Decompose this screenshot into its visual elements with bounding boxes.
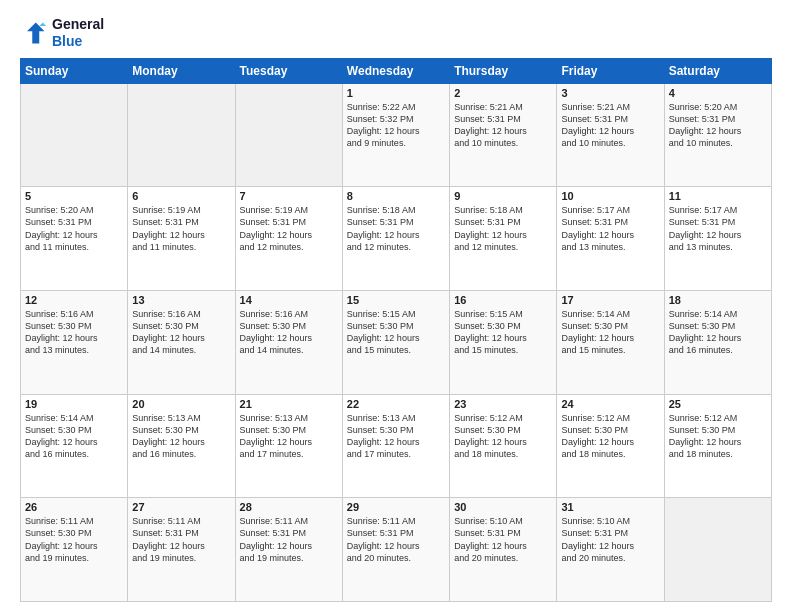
- day-info: Sunrise: 5:16 AM Sunset: 5:30 PM Dayligh…: [25, 308, 123, 357]
- col-header-thursday: Thursday: [450, 58, 557, 83]
- day-number: 5: [25, 190, 123, 202]
- day-cell-15: 15Sunrise: 5:15 AM Sunset: 5:30 PM Dayli…: [342, 290, 449, 394]
- day-info: Sunrise: 5:13 AM Sunset: 5:30 PM Dayligh…: [347, 412, 445, 461]
- day-info: Sunrise: 5:12 AM Sunset: 5:30 PM Dayligh…: [454, 412, 552, 461]
- day-cell-28: 28Sunrise: 5:11 AM Sunset: 5:31 PM Dayli…: [235, 498, 342, 602]
- logo: General Blue: [20, 16, 104, 50]
- day-info: Sunrise: 5:17 AM Sunset: 5:31 PM Dayligh…: [561, 204, 659, 253]
- day-number: 6: [132, 190, 230, 202]
- col-header-wednesday: Wednesday: [342, 58, 449, 83]
- day-number: 9: [454, 190, 552, 202]
- day-cell-16: 16Sunrise: 5:15 AM Sunset: 5:30 PM Dayli…: [450, 290, 557, 394]
- week-row-5: 26Sunrise: 5:11 AM Sunset: 5:30 PM Dayli…: [21, 498, 772, 602]
- day-number: 26: [25, 501, 123, 513]
- day-number: 23: [454, 398, 552, 410]
- day-number: 4: [669, 87, 767, 99]
- col-header-tuesday: Tuesday: [235, 58, 342, 83]
- day-cell-10: 10Sunrise: 5:17 AM Sunset: 5:31 PM Dayli…: [557, 187, 664, 291]
- day-info: Sunrise: 5:14 AM Sunset: 5:30 PM Dayligh…: [25, 412, 123, 461]
- day-info: Sunrise: 5:19 AM Sunset: 5:31 PM Dayligh…: [132, 204, 230, 253]
- svg-marker-2: [39, 22, 46, 26]
- empty-cell: [21, 83, 128, 187]
- day-number: 29: [347, 501, 445, 513]
- day-info: Sunrise: 5:16 AM Sunset: 5:30 PM Dayligh…: [132, 308, 230, 357]
- logo-icon: [20, 19, 48, 47]
- day-number: 10: [561, 190, 659, 202]
- day-number: 22: [347, 398, 445, 410]
- day-info: Sunrise: 5:20 AM Sunset: 5:31 PM Dayligh…: [669, 101, 767, 150]
- day-number: 3: [561, 87, 659, 99]
- day-number: 13: [132, 294, 230, 306]
- empty-cell: [235, 83, 342, 187]
- day-number: 24: [561, 398, 659, 410]
- day-cell-22: 22Sunrise: 5:13 AM Sunset: 5:30 PM Dayli…: [342, 394, 449, 498]
- day-number: 18: [669, 294, 767, 306]
- day-number: 25: [669, 398, 767, 410]
- day-cell-20: 20Sunrise: 5:13 AM Sunset: 5:30 PM Dayli…: [128, 394, 235, 498]
- week-row-3: 12Sunrise: 5:16 AM Sunset: 5:30 PM Dayli…: [21, 290, 772, 394]
- day-cell-21: 21Sunrise: 5:13 AM Sunset: 5:30 PM Dayli…: [235, 394, 342, 498]
- day-number: 16: [454, 294, 552, 306]
- day-number: 7: [240, 190, 338, 202]
- calendar: SundayMondayTuesdayWednesdayThursdayFrid…: [20, 58, 772, 602]
- week-row-4: 19Sunrise: 5:14 AM Sunset: 5:30 PM Dayli…: [21, 394, 772, 498]
- day-cell-7: 7Sunrise: 5:19 AM Sunset: 5:31 PM Daylig…: [235, 187, 342, 291]
- logo-general: General: [52, 16, 104, 33]
- day-cell-29: 29Sunrise: 5:11 AM Sunset: 5:31 PM Dayli…: [342, 498, 449, 602]
- col-header-saturday: Saturday: [664, 58, 771, 83]
- day-number: 2: [454, 87, 552, 99]
- header-row: SundayMondayTuesdayWednesdayThursdayFrid…: [21, 58, 772, 83]
- day-cell-14: 14Sunrise: 5:16 AM Sunset: 5:30 PM Dayli…: [235, 290, 342, 394]
- day-info: Sunrise: 5:11 AM Sunset: 5:31 PM Dayligh…: [347, 515, 445, 564]
- day-cell-27: 27Sunrise: 5:11 AM Sunset: 5:31 PM Dayli…: [128, 498, 235, 602]
- day-info: Sunrise: 5:20 AM Sunset: 5:31 PM Dayligh…: [25, 204, 123, 253]
- day-info: Sunrise: 5:11 AM Sunset: 5:30 PM Dayligh…: [25, 515, 123, 564]
- day-number: 30: [454, 501, 552, 513]
- day-info: Sunrise: 5:10 AM Sunset: 5:31 PM Dayligh…: [561, 515, 659, 564]
- logo-blue: Blue: [52, 33, 104, 50]
- page: General Blue SundayMondayTuesdayWednesda…: [0, 0, 792, 612]
- col-header-sunday: Sunday: [21, 58, 128, 83]
- day-cell-5: 5Sunrise: 5:20 AM Sunset: 5:31 PM Daylig…: [21, 187, 128, 291]
- day-cell-2: 2Sunrise: 5:21 AM Sunset: 5:31 PM Daylig…: [450, 83, 557, 187]
- day-info: Sunrise: 5:10 AM Sunset: 5:31 PM Dayligh…: [454, 515, 552, 564]
- day-info: Sunrise: 5:15 AM Sunset: 5:30 PM Dayligh…: [347, 308, 445, 357]
- week-row-2: 5Sunrise: 5:20 AM Sunset: 5:31 PM Daylig…: [21, 187, 772, 291]
- day-info: Sunrise: 5:14 AM Sunset: 5:30 PM Dayligh…: [561, 308, 659, 357]
- day-cell-4: 4Sunrise: 5:20 AM Sunset: 5:31 PM Daylig…: [664, 83, 771, 187]
- day-number: 15: [347, 294, 445, 306]
- day-cell-17: 17Sunrise: 5:14 AM Sunset: 5:30 PM Dayli…: [557, 290, 664, 394]
- day-cell-13: 13Sunrise: 5:16 AM Sunset: 5:30 PM Dayli…: [128, 290, 235, 394]
- day-number: 21: [240, 398, 338, 410]
- empty-cell: [664, 498, 771, 602]
- day-number: 12: [25, 294, 123, 306]
- day-number: 11: [669, 190, 767, 202]
- day-cell-6: 6Sunrise: 5:19 AM Sunset: 5:31 PM Daylig…: [128, 187, 235, 291]
- day-number: 17: [561, 294, 659, 306]
- day-cell-31: 31Sunrise: 5:10 AM Sunset: 5:31 PM Dayli…: [557, 498, 664, 602]
- day-number: 31: [561, 501, 659, 513]
- header: General Blue: [20, 16, 772, 50]
- day-number: 1: [347, 87, 445, 99]
- day-cell-11: 11Sunrise: 5:17 AM Sunset: 5:31 PM Dayli…: [664, 187, 771, 291]
- day-cell-19: 19Sunrise: 5:14 AM Sunset: 5:30 PM Dayli…: [21, 394, 128, 498]
- day-info: Sunrise: 5:18 AM Sunset: 5:31 PM Dayligh…: [347, 204, 445, 253]
- day-info: Sunrise: 5:21 AM Sunset: 5:31 PM Dayligh…: [561, 101, 659, 150]
- day-number: 27: [132, 501, 230, 513]
- week-row-1: 1Sunrise: 5:22 AM Sunset: 5:32 PM Daylig…: [21, 83, 772, 187]
- day-info: Sunrise: 5:22 AM Sunset: 5:32 PM Dayligh…: [347, 101, 445, 150]
- day-cell-1: 1Sunrise: 5:22 AM Sunset: 5:32 PM Daylig…: [342, 83, 449, 187]
- day-number: 28: [240, 501, 338, 513]
- day-cell-26: 26Sunrise: 5:11 AM Sunset: 5:30 PM Dayli…: [21, 498, 128, 602]
- day-info: Sunrise: 5:15 AM Sunset: 5:30 PM Dayligh…: [454, 308, 552, 357]
- day-number: 19: [25, 398, 123, 410]
- day-number: 14: [240, 294, 338, 306]
- day-cell-9: 9Sunrise: 5:18 AM Sunset: 5:31 PM Daylig…: [450, 187, 557, 291]
- day-info: Sunrise: 5:11 AM Sunset: 5:31 PM Dayligh…: [240, 515, 338, 564]
- day-info: Sunrise: 5:13 AM Sunset: 5:30 PM Dayligh…: [132, 412, 230, 461]
- day-cell-30: 30Sunrise: 5:10 AM Sunset: 5:31 PM Dayli…: [450, 498, 557, 602]
- day-info: Sunrise: 5:19 AM Sunset: 5:31 PM Dayligh…: [240, 204, 338, 253]
- day-info: Sunrise: 5:18 AM Sunset: 5:31 PM Dayligh…: [454, 204, 552, 253]
- day-info: Sunrise: 5:17 AM Sunset: 5:31 PM Dayligh…: [669, 204, 767, 253]
- day-number: 20: [132, 398, 230, 410]
